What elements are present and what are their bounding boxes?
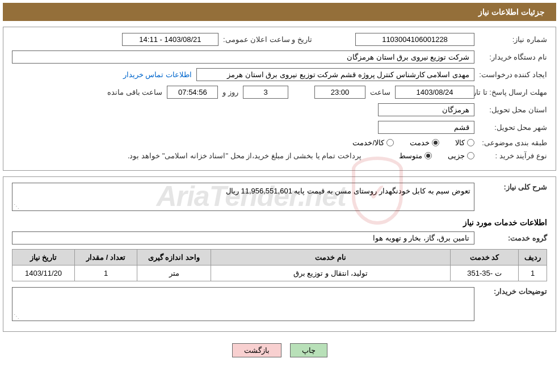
th-code: کد خدمت xyxy=(451,250,519,265)
radio-service[interactable]: خدمت xyxy=(410,138,439,147)
radio-goods[interactable]: کالا xyxy=(455,138,474,147)
payment-note: پرداخت تمام یا بخشی از مبلغ خرید،از محل … xyxy=(128,151,362,160)
cell-date: 1403/11/20 xyxy=(12,265,75,281)
resize-handle-icon[interactable]: ⋰ xyxy=(14,203,19,209)
radio-minor-label: جزیی xyxy=(448,151,465,160)
buyer-org-label: نام دستگاه خریدار: xyxy=(479,53,547,61)
general-desc-label: شرح کلی نیاز: xyxy=(479,183,547,191)
need-number-value: 1103004106001228 xyxy=(355,33,474,46)
page-header: جزئیات اطلاعات نیاز xyxy=(3,3,556,21)
buyer-contact-link[interactable]: اطلاعات تماس خریدار xyxy=(123,70,192,79)
cell-name: تولید، انتقال و توزیع برق xyxy=(211,265,451,281)
cell-code: ت -35-351 xyxy=(451,265,519,281)
table-row: 1 ت -35-351 تولید، انتقال و توزیع برق مت… xyxy=(12,265,547,281)
delivery-city-value: قشم xyxy=(378,121,474,134)
service-group-value: تامین برق، گاز، بخار و تهویه هوا xyxy=(12,231,474,245)
category-label: طبقه بندی موضوعی: xyxy=(479,138,547,147)
services-table: ردیف کد خدمت نام خدمت واحد اندازه گیری ت… xyxy=(12,249,547,281)
announce-date-label: تاریخ و ساعت اعلان عمومی: xyxy=(223,35,312,44)
buyer-org-value: شرکت توزیع نیروی برق استان هرمزگان xyxy=(12,50,474,64)
radio-icon xyxy=(432,139,439,146)
radio-medium-label: متوسط xyxy=(399,151,422,160)
services-panel: شرح کلی نیاز: تعوض سیم به کابل خودنگهدار… xyxy=(3,176,556,332)
need-number-label: شماره نیاز: xyxy=(479,35,547,44)
radio-medium[interactable]: متوسط xyxy=(399,151,432,160)
deadline-label: مهلت ارسال پاسخ: تا تاریخ: xyxy=(479,88,547,96)
radio-service-label: خدمت xyxy=(410,138,430,147)
delivery-province-value: هرمزگان xyxy=(378,103,474,116)
footer-buttons: چاپ بازگشت xyxy=(0,343,559,357)
delivery-city-label: شهر محل تحویل: xyxy=(479,123,547,132)
service-group-label: گروه خدمت: xyxy=(479,234,547,242)
th-row: ردیف xyxy=(519,250,547,265)
days-and-label: روز و xyxy=(222,88,238,96)
cell-unit: متر xyxy=(137,265,211,281)
time-label: ساعت xyxy=(370,88,390,96)
days-remaining-value: 3 xyxy=(243,86,288,99)
general-desc-textarea[interactable]: تعوض سیم به کابل خودنگهدار روستای مسن به… xyxy=(12,183,474,211)
buyer-notes-textarea[interactable]: ⋰ xyxy=(12,287,474,321)
deadline-time-value: 23:00 xyxy=(314,86,365,99)
cell-qty: 1 xyxy=(75,265,137,281)
radio-icon xyxy=(386,139,394,146)
deadline-date-value: 1403/08/24 xyxy=(395,86,474,99)
announce-date-value: 1403/08/21 - 14:11 xyxy=(122,33,218,46)
th-unit: واحد اندازه گیری xyxy=(137,250,211,265)
requester-value: مهدی اسلامی کارشناس کنترل پروژه قشم شرکت… xyxy=(196,68,474,81)
purchase-type-label: نوع فرآیند خرید : xyxy=(479,151,547,160)
radio-icon xyxy=(467,152,474,159)
requester-label: ایجاد کننده درخواست: xyxy=(479,70,547,79)
print-button[interactable]: چاپ xyxy=(290,343,327,357)
general-desc-value: تعوض سیم به کابل خودنگهدار روستای مسن به… xyxy=(226,187,470,195)
th-qty: تعداد / مقدار xyxy=(75,250,137,265)
time-remaining-value: 07:54:56 xyxy=(167,86,218,99)
page-title: جزئیات اطلاعات نیاز xyxy=(478,7,545,16)
radio-goods-label: کالا xyxy=(455,138,465,147)
services-info-title: اطلاعات خدمات مورد نیاز xyxy=(12,218,547,227)
hours-remaining-label: ساعت باقی مانده xyxy=(107,88,162,96)
radio-minor[interactable]: جزیی xyxy=(448,151,474,160)
main-details-panel: شماره نیاز: 1103004106001228 تاریخ و ساع… xyxy=(3,27,556,171)
th-date: تاریخ نیاز xyxy=(12,250,75,265)
radio-goods-service-label: کالا/خدمت xyxy=(352,138,384,147)
table-header-row: ردیف کد خدمت نام خدمت واحد اندازه گیری ت… xyxy=(12,250,547,265)
back-button[interactable]: بازگشت xyxy=(232,343,281,357)
cell-row: 1 xyxy=(519,265,547,281)
resize-handle-icon[interactable]: ⋰ xyxy=(14,313,19,319)
delivery-province-label: استان محل تحویل: xyxy=(479,106,547,114)
radio-icon xyxy=(424,152,432,159)
th-name: نام خدمت xyxy=(211,250,451,265)
buyer-notes-label: توضیحات خریدار: xyxy=(479,287,547,296)
radio-icon xyxy=(467,139,474,146)
radio-goods-service[interactable]: کالا/خدمت xyxy=(352,138,394,147)
